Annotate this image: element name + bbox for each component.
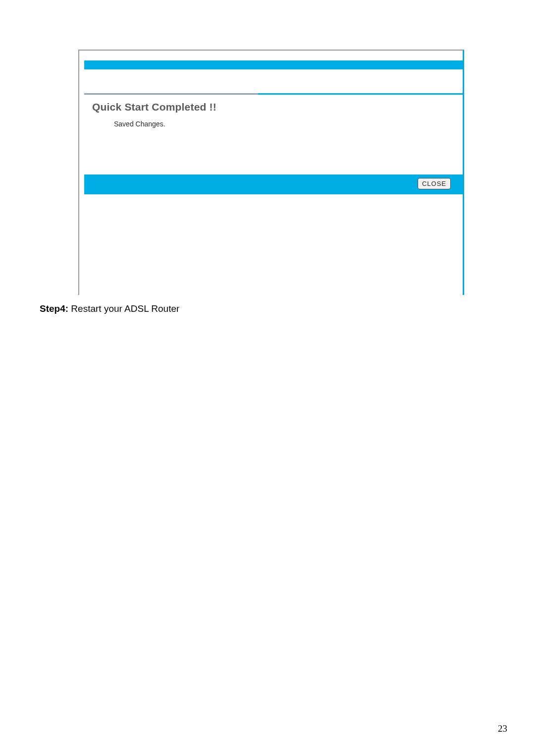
step-caption: Step4: Restart your ADSL Router	[40, 303, 179, 314]
divider-blue	[258, 93, 463, 95]
dialog-heading: Quick Start Completed !!	[92, 101, 216, 113]
router-dialog-screenshot: Quick Start Completed !! Saved Changes. …	[78, 50, 464, 295]
dialog-message: Saved Changes.	[114, 120, 165, 128]
divider-grey	[84, 93, 258, 95]
step-text: Restart your ADSL Router	[68, 303, 179, 314]
close-button[interactable]: CLOSE	[418, 178, 451, 189]
page-number: 23	[498, 723, 507, 734]
step-label: Step4:	[40, 303, 68, 314]
dialog-top-bar	[84, 60, 463, 69]
dialog-bottom-bar: CLOSE	[84, 174, 463, 194]
document-page: Quick Start Completed !! Saved Changes. …	[0, 0, 535, 756]
